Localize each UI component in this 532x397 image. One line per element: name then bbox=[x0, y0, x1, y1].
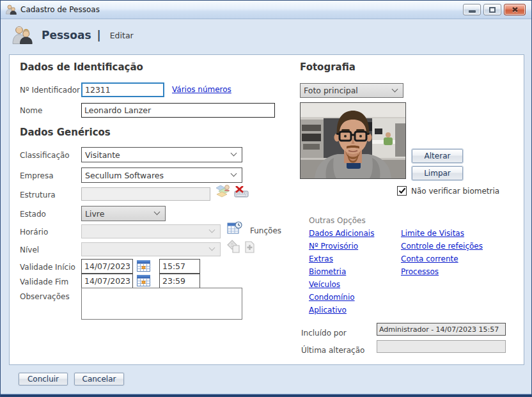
section-fotografia-heading: Fotografia bbox=[300, 61, 356, 73]
validade-inicio-label: Validade Início bbox=[20, 263, 75, 272]
add-level-icon bbox=[244, 240, 256, 256]
chevron-down-icon bbox=[231, 171, 237, 177]
page-title: Pessoas bbox=[42, 29, 91, 42]
incluido-por-label: Incluído por bbox=[301, 329, 347, 338]
num-identificador-input[interactable]: 12311 bbox=[81, 82, 164, 97]
link-conta-corrente[interactable]: Conta corrente bbox=[401, 254, 458, 263]
validade-inicio-time-input[interactable]: 15:57 bbox=[159, 259, 200, 274]
level-icon bbox=[227, 239, 242, 256]
varios-numeros-link[interactable]: Vários números bbox=[172, 85, 231, 94]
chevron-down-icon bbox=[209, 227, 215, 233]
classificacao-value: Visitante bbox=[85, 150, 120, 160]
outras-opcoes-heading: Outras Opções bbox=[309, 216, 366, 225]
calendar-icon[interactable] bbox=[137, 260, 150, 275]
validade-inicio-time-value: 15:57 bbox=[162, 261, 185, 271]
checkbox-check-icon bbox=[398, 187, 406, 194]
minimize-icon bbox=[469, 10, 476, 13]
people-icon bbox=[5, 4, 17, 15]
validade-fim-time-input[interactable]: 23:59 bbox=[159, 274, 200, 288]
limpar-button[interactable]: Limpar bbox=[412, 166, 463, 180]
person-photo bbox=[300, 102, 406, 179]
people-icon bbox=[11, 26, 34, 45]
estrutura-label: Estrutura bbox=[20, 191, 56, 199]
concluir-button[interactable]: Concluir bbox=[19, 373, 68, 385]
minimize-button[interactable] bbox=[463, 4, 481, 15]
horario-select[interactable] bbox=[81, 224, 221, 238]
nome-value: Leonardo Lanzer bbox=[84, 105, 151, 115]
nivel-select[interactable] bbox=[81, 242, 221, 256]
empresa-label: Empresa bbox=[20, 171, 54, 180]
link-aplicativo[interactable]: Aplicativo bbox=[309, 306, 347, 315]
link-processos[interactable]: Processos bbox=[401, 267, 439, 276]
estrutura-input[interactable] bbox=[81, 187, 210, 201]
window: Cadastro de Pessoas Pessoas | Editar bbox=[0, 0, 532, 397]
validade-fim-date-input[interactable]: 14/07/2023 bbox=[81, 274, 133, 288]
ultima-alteracao-field bbox=[377, 340, 506, 353]
validade-inicio-date-value: 14/07/2023 bbox=[84, 261, 130, 271]
nivel-label: Nível bbox=[20, 245, 39, 254]
ultima-alteracao-label: Última alteração bbox=[301, 346, 364, 355]
validade-fim-time-value: 23:59 bbox=[162, 276, 185, 286]
link-extras[interactable]: Extras bbox=[309, 254, 333, 263]
alterar-button[interactable]: Alterar bbox=[412, 149, 463, 163]
page-header: Pessoas | Editar bbox=[11, 24, 134, 46]
chevron-down-icon bbox=[209, 245, 215, 251]
validade-inicio-date-input[interactable]: 14/07/2023 bbox=[81, 259, 133, 274]
incluido-por-value: Administrador - 14/07/2023 15:57 bbox=[379, 325, 499, 334]
link-condominio[interactable]: Condomínio bbox=[309, 293, 355, 302]
estado-value: Livre bbox=[85, 209, 104, 219]
incluido-por-field: Administrador - 14/07/2023 15:57 bbox=[377, 323, 506, 336]
nao-verificar-biometria-checkbox[interactable] bbox=[397, 186, 407, 196]
funcoes-label: Funções bbox=[250, 226, 281, 235]
close-button[interactable] bbox=[504, 4, 526, 15]
window-title: Cadastro de Pessoas bbox=[20, 5, 100, 14]
link-dados-adicionais[interactable]: Dados Adicionais bbox=[309, 229, 374, 238]
estrutura-picker-icon[interactable] bbox=[215, 183, 231, 202]
empresa-select[interactable]: Secullum Softwares bbox=[81, 167, 242, 183]
link-controle-refeicoes[interactable]: Controle de refeições bbox=[401, 242, 483, 251]
titlebar[interactable]: Cadastro de Pessoas bbox=[1, 1, 531, 19]
restore-icon bbox=[489, 7, 496, 13]
link-biometria[interactable]: Biometria bbox=[309, 267, 346, 276]
observacoes-textarea[interactable] bbox=[81, 288, 242, 320]
observacoes-label: Observações bbox=[20, 292, 70, 301]
num-identificador-value: 12311 bbox=[85, 85, 111, 95]
classificacao-label: Classificação bbox=[20, 151, 70, 160]
schedule-icon[interactable] bbox=[227, 221, 242, 238]
chevron-down-icon bbox=[392, 86, 398, 92]
main-panel: Dados de Identificação Nº Identificador … bbox=[9, 54, 524, 365]
link-num-provisorio[interactable]: Nº Provisório bbox=[309, 242, 358, 251]
nome-label: Nome bbox=[20, 106, 42, 115]
link-limite-visitas[interactable]: Limite de Visitas bbox=[401, 229, 464, 238]
window-bottom-border bbox=[1, 394, 531, 396]
validade-fim-label: Validade Fim bbox=[20, 277, 68, 286]
classificacao-select[interactable]: Visitante bbox=[81, 147, 242, 162]
nao-verificar-biometria-label: Não verificar biometria bbox=[411, 187, 499, 196]
link-veiculos[interactable]: Veículos bbox=[309, 280, 340, 289]
window-controls bbox=[463, 4, 526, 15]
validade-fim-date-value: 14/07/2023 bbox=[84, 276, 130, 286]
estado-label: Estado bbox=[20, 210, 46, 219]
horario-label: Horário bbox=[20, 228, 48, 237]
page-subtitle: Editar bbox=[110, 31, 134, 40]
restore-button[interactable] bbox=[483, 4, 501, 15]
foto-tipo-select[interactable]: Foto principal bbox=[300, 83, 403, 98]
foto-tipo-value: Foto principal bbox=[304, 86, 358, 95]
cancelar-button[interactable]: Cancelar bbox=[74, 373, 124, 385]
empresa-value: Secullum Softwares bbox=[85, 171, 164, 180]
keyboard-clear-icon[interactable] bbox=[234, 186, 249, 200]
chevron-down-icon bbox=[154, 209, 160, 215]
chevron-down-icon bbox=[231, 150, 237, 157]
section-identificacao-heading: Dados de Identificação bbox=[20, 61, 143, 73]
close-icon bbox=[511, 6, 519, 13]
nome-input[interactable]: Leonardo Lanzer bbox=[81, 103, 275, 118]
title-separator: | bbox=[97, 29, 101, 42]
estado-select[interactable]: Livre bbox=[81, 206, 166, 221]
section-genericos-heading: Dados Genéricos bbox=[20, 127, 111, 138]
num-identificador-label: Nº Identificador bbox=[20, 86, 80, 95]
